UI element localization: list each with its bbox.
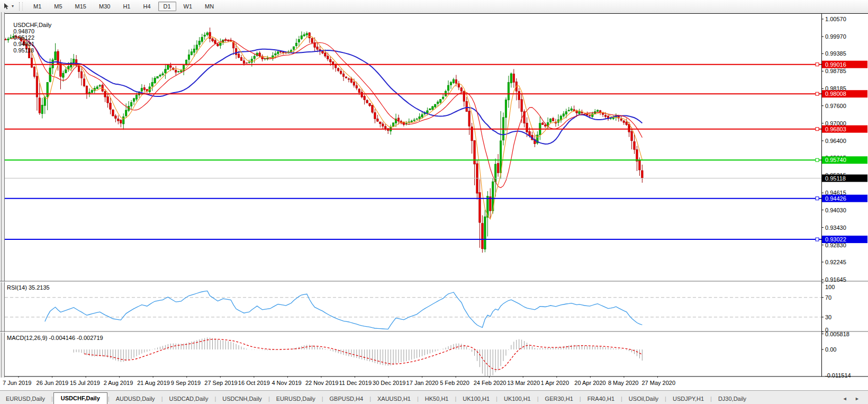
date-label: 24 Feb 2020: [474, 380, 507, 386]
price-tick-label: 0.97600: [825, 103, 846, 109]
candle-body: [526, 123, 528, 132]
candle-body: [442, 97, 444, 98]
symbol-period-label: USDCHF,Daily: [13, 22, 51, 28]
candle-body: [309, 33, 311, 38]
chart-tab-eurusd-daily[interactable]: EURUSD,Daily: [270, 393, 321, 404]
candle-body: [246, 62, 248, 63]
candle-body: [468, 111, 471, 127]
date-label: 2 Aug 2019: [104, 380, 133, 386]
candle-body: [392, 123, 394, 127]
chart-tab-fra40-h1[interactable]: FRA40,H1: [582, 393, 620, 404]
chart-tab-hk50-h1[interactable]: HK50,H1: [419, 393, 455, 404]
candle-body: [429, 109, 431, 110]
candle-body: [455, 79, 457, 83]
candle-body: [604, 115, 607, 117]
candle-body: [505, 100, 507, 118]
chart-tab-usdcad-daily[interactable]: USDCAD,Daily: [163, 393, 214, 404]
candle-body: [235, 49, 237, 55]
candle-body: [125, 110, 127, 116]
candle-body: [513, 74, 515, 83]
hline-anchor-0.95740[interactable]: [816, 158, 819, 161]
candle-body: [497, 163, 499, 173]
chart-tab-usdjpy-h1[interactable]: USDJPY,H1: [667, 393, 710, 404]
date-label: 7 Jun 2019: [3, 380, 31, 386]
candle-body: [337, 68, 339, 71]
chart-tab-usoil-daily[interactable]: USOil,Daily: [623, 393, 664, 404]
candle-body: [115, 116, 117, 119]
tab-scroll-arrows[interactable]: ◄ ►: [843, 396, 863, 404]
candle-body: [631, 131, 633, 141]
candle-body: [636, 150, 638, 161]
candle-body: [494, 164, 496, 182]
candle-body: [86, 86, 88, 94]
candle-body: [463, 92, 465, 102]
candle-body: [416, 119, 418, 120]
candle-body: [112, 110, 114, 116]
candle-body: [306, 33, 308, 35]
hline-tag-label: 0.99016: [825, 61, 846, 68]
candle-body: [623, 121, 625, 122]
candle-body: [293, 47, 295, 49]
candle-body: [641, 170, 644, 178]
candle-body: [596, 110, 599, 111]
candle-body: [626, 122, 628, 124]
chart-tab-usdchf-daily[interactable]: USDCHF,Daily: [53, 392, 107, 404]
date-label: 21 Aug 2019: [137, 380, 170, 386]
price-chart-canvas[interactable]: 1.005700.999700.993850.987850.981850.976…: [0, 0, 868, 404]
rsi-indicator-label: RSI(14) 35.2135: [7, 284, 50, 291]
chart-tab-uk100-h1[interactable]: UK100,H1: [498, 393, 537, 404]
candle-body: [201, 37, 203, 41]
high-value: 0.95122: [13, 34, 34, 41]
time-axis[interactable]: 7 Jun 201926 Jun 201915 Jul 20192 Aug 20…: [0, 378, 868, 390]
candle-body: [413, 120, 415, 121]
chart-tab-gbpusd-h4[interactable]: GBPUSD,H4: [324, 393, 369, 404]
date-label: 27 Sep 2019: [204, 380, 237, 386]
price-tick-label: 0.93430: [825, 225, 846, 231]
macd-tick-label: 0.00: [825, 346, 836, 353]
price-tick-label: 0.96400: [825, 138, 846, 144]
candle-body: [91, 90, 93, 93]
chart-tab-eurusd-daily[interactable]: EURUSD,Daily: [0, 393, 51, 404]
candle-body: [295, 43, 297, 46]
chart-tab-ger30-h1[interactable]: GER30,H1: [539, 393, 579, 404]
chart-tab-audusd-daily[interactable]: AUDUSD,Daily: [110, 393, 161, 404]
candle-body: [542, 123, 544, 125]
candle-body: [421, 114, 423, 117]
candle-body: [162, 74, 164, 75]
hline-anchor-0.96803[interactable]: [816, 128, 819, 131]
candle-body: [157, 77, 159, 78]
candle-body: [460, 88, 463, 91]
hline-anchor-0.94426[interactable]: [816, 197, 819, 200]
chart-tab-usdcnh-daily[interactable]: USDCNH,Daily: [216, 393, 268, 404]
candle-body: [342, 74, 345, 76]
candle-body: [589, 115, 591, 116]
date-label: 4 Nov 2019: [272, 380, 301, 386]
candle-body: [508, 83, 510, 100]
candle-body: [379, 122, 382, 124]
candle-body: [196, 45, 198, 50]
date-label: 8 May 2020: [608, 380, 638, 386]
candle-body: [369, 103, 371, 106]
hline-anchor-0.99016[interactable]: [816, 63, 819, 66]
candle-body: [193, 49, 195, 52]
rsi-tick-label: 70: [825, 294, 831, 301]
chart-tab-uk100-h1[interactable]: UK100,H1: [457, 393, 495, 404]
candle-body: [217, 44, 219, 46]
candle-body: [159, 75, 161, 76]
candle-body: [188, 55, 190, 59]
candle-body: [435, 104, 437, 107]
candle-body: [141, 88, 143, 92]
candle-body: [254, 56, 256, 59]
candle-body: [382, 124, 384, 126]
mt4-chart-window: ▾ M1M5M15M30H1H4D1W1MN 1.005700.999700.9…: [0, 0, 868, 404]
hline-anchor-0.93022[interactable]: [816, 238, 819, 241]
chart-tab-bar: EURUSD,Daily|USDCHF,Daily|AUDUSD,Daily|U…: [0, 390, 868, 404]
chart-tab-xauusd-h1[interactable]: XAUUSD,H1: [372, 393, 417, 404]
rsi-tick-label: 30: [825, 314, 831, 320]
hline-anchor-0.98008[interactable]: [816, 92, 819, 95]
chart-tab-dj30-daily[interactable]: DJ30,Daily: [712, 393, 752, 404]
candle-body: [83, 79, 85, 86]
candle-body: [301, 35, 303, 39]
open-value: 0.94870: [13, 28, 34, 34]
candle-body: [280, 51, 282, 52]
